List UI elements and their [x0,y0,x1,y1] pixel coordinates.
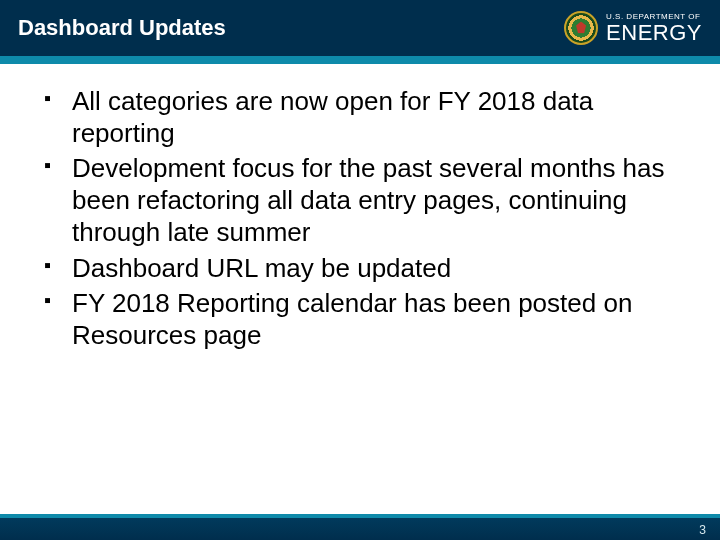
slide-title: Dashboard Updates [18,15,226,41]
footer-blue-bar [0,518,720,540]
footer: 3 [0,506,720,540]
list-item: FY 2018 Reporting calendar has been post… [40,288,680,351]
bullet-list: All categories are now open for FY 2018 … [40,86,680,352]
slide: Dashboard Updates U.S. DEPARTMENT OF ENE… [0,0,720,540]
doe-wordmark: U.S. DEPARTMENT OF ENERGY [606,13,702,44]
dept-big-text: ENERGY [606,22,702,44]
accent-bar [0,56,720,64]
header-bar: Dashboard Updates U.S. DEPARTMENT OF ENE… [0,0,720,56]
list-item: Dashboard URL may be updated [40,253,680,285]
list-item: All categories are now open for FY 2018 … [40,86,680,149]
page-number: 3 [699,523,706,537]
list-item: Development focus for the past several m… [40,153,680,248]
content-area: All categories are now open for FY 2018 … [0,64,720,506]
doe-seal-icon [564,11,598,45]
doe-logo: U.S. DEPARTMENT OF ENERGY [564,11,702,45]
